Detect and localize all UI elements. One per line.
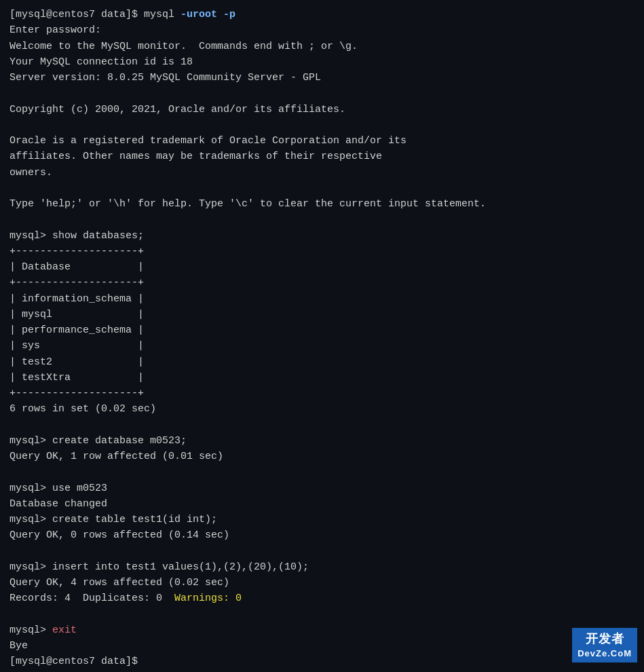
line-24: | testXtra | (10, 370, 634, 386)
watermark-badge: 开发者 DevZe.CoM (572, 628, 637, 662)
line-25: +--------------------+ (10, 386, 634, 401)
line-4: Your MySQL connection id is 18 (10, 54, 634, 70)
line-27 (10, 417, 634, 433)
line-7: Copyright (c) 2000, 2021, Oracle and/or … (10, 102, 634, 117)
line-42: [mysql@centos7 data]$ (10, 654, 634, 669)
line-21: | performance_schema | (10, 322, 634, 338)
line-9: Oracle is a registered trademark of Orac… (10, 133, 634, 149)
terminal-window: [mysql@centos7 data]$ mysql -uroot -p En… (0, 0, 644, 672)
line-31: mysql> use m0523 (10, 481, 634, 496)
line-34: Query OK, 0 rows affected (0.14 sec) (10, 527, 634, 543)
line-20: | mysql | (10, 307, 634, 322)
line-18: +--------------------+ (10, 275, 634, 291)
line-32: Database changed (10, 496, 634, 512)
line-16: +--------------------+ (10, 244, 634, 259)
line-37: Query OK, 4 rows affected (0.02 sec) (10, 575, 634, 591)
line-38: Records: 4 Duplicates: 0 Warnings: 0 (10, 591, 634, 606)
line-30 (10, 464, 634, 480)
line-2: Enter password: (10, 22, 634, 38)
line-23: | test2 | (10, 354, 634, 370)
line-17: | Database | (10, 259, 634, 275)
line-41: Bye (10, 638, 634, 654)
line-15: mysql> show databases; (10, 228, 634, 244)
line-36: mysql> insert into test1 values(1),(2),(… (10, 559, 634, 575)
line-14 (10, 212, 634, 227)
line-13: Type 'help;' or '\h' for help. Type '\c'… (10, 196, 634, 212)
line-33: mysql> create table test1(id int); (10, 512, 634, 527)
line-1: [mysql@centos7 data]$ mysql -uroot -p (10, 7, 634, 22)
line-22: | sys | (10, 338, 634, 354)
line-19: | information_schema | (10, 291, 634, 307)
line-6 (10, 86, 634, 101)
line-28: mysql> create database m0523; (10, 433, 634, 449)
line-5: Server version: 8.0.25 MySQL Community S… (10, 70, 634, 86)
line-12 (10, 181, 634, 196)
line-3: Welcome to the MySQL monitor. Commands e… (10, 39, 634, 54)
line-35 (10, 544, 634, 559)
watermark-line1: 开发者 (577, 631, 632, 648)
line-29: Query OK, 1 row affected (0.01 sec) (10, 449, 634, 464)
line-11: owners. (10, 165, 634, 181)
line-26: 6 rows in set (0.02 sec) (10, 401, 634, 417)
line-8 (10, 117, 634, 133)
watermark-line2: DevZe.CoM (577, 648, 632, 660)
line-10: affiliates. Other names may be trademark… (10, 149, 634, 164)
line-40: mysql> exit (10, 622, 634, 638)
line-39 (10, 607, 634, 622)
